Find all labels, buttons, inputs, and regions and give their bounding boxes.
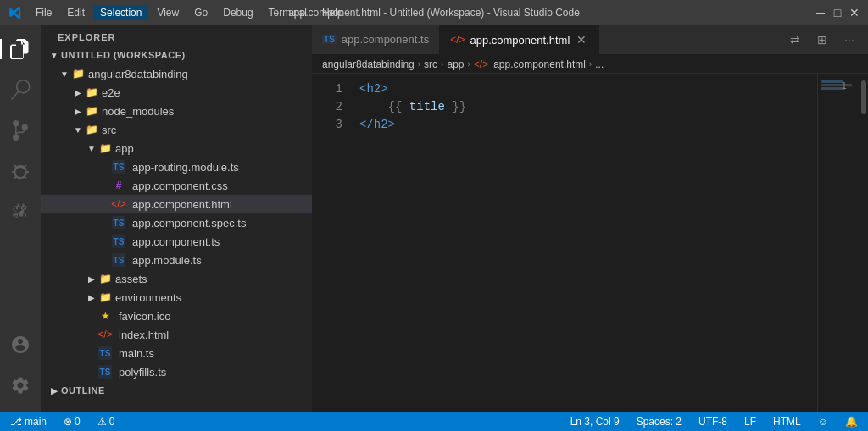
tree-item-app-routing[interactable]: ▶ TS app-routing.module.ts: [41, 157, 312, 176]
activity-search[interactable]: [0, 69, 41, 110]
sidebar: EXPLORER ▼ UNTITLED (WORKSPACE) ▼ 📁 angu…: [41, 25, 312, 412]
activity-bottom: [0, 324, 41, 412]
tree-label: e2e: [102, 86, 120, 99]
tree-item-app-component-css[interactable]: ▶ # app.component.css: [41, 176, 312, 195]
line-ending-label: LF: [744, 416, 756, 428]
smiley-status[interactable]: ☺: [815, 416, 832, 428]
token: [359, 98, 388, 116]
folder-arrow: ▶: [71, 86, 85, 99]
token: }}: [452, 98, 466, 116]
outline-label: OUTLINE: [61, 385, 105, 395]
tree-item-polyfills-ts[interactable]: ▶ TS polyfills.ts: [41, 362, 312, 381]
outline-section[interactable]: ▶ OUTLINE: [41, 381, 312, 400]
breadcrumb-app[interactable]: app: [447, 58, 464, 70]
tab-app-component-ts[interactable]: TS app.component.ts: [312, 25, 440, 54]
tree-item-main-ts[interactable]: ▶ TS main.ts: [41, 344, 312, 362]
tree-item-angular8databinding[interactable]: ▼ 📁 angular8databinding: [41, 64, 312, 83]
token: </h2>: [359, 116, 395, 134]
line-number-2: 2: [312, 98, 342, 116]
encoding-label: UTF-8: [698, 416, 727, 428]
tree-item-app[interactable]: ▼ 📁 app: [41, 139, 312, 157]
tree-item-index-html[interactable]: ▶ </> index.html: [41, 325, 312, 344]
folder-arrow: ▶: [71, 104, 85, 118]
breadcrumb-sep-3: ›: [467, 59, 470, 69]
activity-extensions[interactable]: [0, 191, 41, 232]
folder-arrow: ▼: [71, 123, 85, 136]
token: title: [402, 98, 452, 116]
activity-settings[interactable]: [0, 365, 41, 406]
tree-item-node-modules[interactable]: ▶ 📁 node_modules: [41, 102, 312, 120]
bell-status[interactable]: 🔔: [842, 416, 861, 428]
tree-item-favicon[interactable]: ▶ ★ favicon.ico: [41, 307, 312, 325]
tab-label: app.component.ts: [342, 33, 429, 46]
tree-item-e2e[interactable]: ▶ 📁 e2e: [41, 83, 312, 102]
tree-label: app.component.ts: [132, 235, 220, 248]
tree-item-app-component-ts[interactable]: ▶ TS app.component.ts: [41, 232, 312, 251]
cursor-position-status[interactable]: Ln 3, Col 9: [567, 416, 623, 428]
tree-label: environments: [115, 291, 181, 304]
menu-go[interactable]: Go: [187, 5, 214, 20]
tree-item-src[interactable]: ▼ 📁 src: [41, 120, 312, 139]
tree-item-app-module[interactable]: ▶ TS app.module.ts: [41, 251, 312, 269]
more-actions-button[interactable]: ···: [837, 30, 861, 49]
tree-item-assets[interactable]: ▶ 📁 assets: [41, 269, 312, 288]
breadcrumb-sep-1: ›: [418, 59, 420, 69]
minimize-button[interactable]: ─: [815, 8, 826, 18]
tree-item-app-component-spec[interactable]: ▶ TS app.component.spec.ts: [41, 213, 312, 232]
tree-item-app-component-html[interactable]: ▶ </> app.component.html: [41, 195, 312, 213]
star-icon: ★: [98, 309, 112, 323]
close-button[interactable]: ✕: [849, 8, 860, 18]
tree-label: favicon.ico: [119, 310, 170, 323]
error-status[interactable]: ⊗ 0: [60, 416, 84, 428]
git-branch-status[interactable]: ⎇ main: [7, 416, 50, 428]
breadcrumb-ellipsis[interactable]: ...: [595, 58, 604, 70]
html-icon: </>: [112, 197, 125, 211]
activity-accounts[interactable]: [0, 324, 41, 365]
titlebar: File Edit Selection View Go Debug Termin…: [0, 0, 868, 25]
breadcrumb-workspace[interactable]: angular8databinding: [322, 58, 415, 70]
error-icon: ⊗: [64, 416, 72, 428]
minimap-scrollbar-thumb[interactable]: [861, 80, 866, 114]
code-content[interactable]: <h2> {{ title }} </h2>: [353, 74, 817, 412]
folder-icon: 📁: [85, 123, 98, 136]
activity-source-control[interactable]: [0, 110, 41, 151]
tree-label: angular8databinding: [88, 68, 188, 80]
activity-debug[interactable]: [0, 151, 41, 191]
ts-icon: TS: [98, 365, 112, 379]
ts-icon: TS: [112, 253, 125, 267]
tree-label: app.component.css: [132, 180, 228, 192]
menu-debug[interactable]: Debug: [216, 5, 259, 20]
tree-item-environments[interactable]: ▶ 📁 environments: [41, 288, 312, 307]
breadcrumb-src[interactable]: src: [424, 58, 437, 70]
activity-explorer[interactable]: [0, 29, 41, 69]
bell-icon: 🔔: [845, 416, 858, 428]
minimap-scrollbar-track[interactable]: [860, 74, 868, 412]
menu-view[interactable]: View: [150, 5, 186, 20]
smiley-icon: ☺: [818, 416, 828, 428]
tab-app-component-html[interactable]: </> app.component.html ✕: [440, 25, 599, 54]
breadcrumb-filename[interactable]: app.component.html: [493, 58, 586, 70]
folder-arrow: ▶: [85, 272, 98, 285]
spaces-status[interactable]: Spaces: 2: [633, 416, 685, 428]
tab-label: app.component.html: [470, 34, 570, 47]
spaces-label: Spaces: 2: [637, 416, 682, 428]
language-label: HTML: [773, 416, 801, 428]
menu-edit[interactable]: Edit: [60, 5, 92, 20]
encoding-status[interactable]: UTF-8: [695, 416, 731, 428]
activity-bar: [0, 25, 41, 412]
warning-status[interactable]: ⚠ 0: [94, 416, 119, 428]
tree-label: app: [115, 142, 134, 155]
split-editor-button[interactable]: ⊞: [810, 30, 834, 49]
vscode-logo-icon: [8, 6, 22, 19]
workspace-label[interactable]: ▼ UNTITLED (WORKSPACE): [41, 46, 312, 64]
menu-selection[interactable]: Selection: [93, 5, 148, 20]
language-mode-status[interactable]: HTML: [770, 416, 804, 428]
folder-arrow: ▼: [58, 67, 71, 80]
menu-file[interactable]: File: [29, 5, 58, 20]
tab-close-button[interactable]: ✕: [575, 33, 588, 47]
main-layout: EXPLORER ▼ UNTITLED (WORKSPACE) ▼ 📁 angu…: [0, 25, 868, 412]
maximize-button[interactable]: □: [832, 8, 843, 18]
editor-layout-button[interactable]: ⇄: [783, 30, 807, 49]
editor-area: TS app.component.ts </> app.component.ht…: [312, 25, 868, 412]
line-ending-status[interactable]: LF: [741, 416, 760, 428]
